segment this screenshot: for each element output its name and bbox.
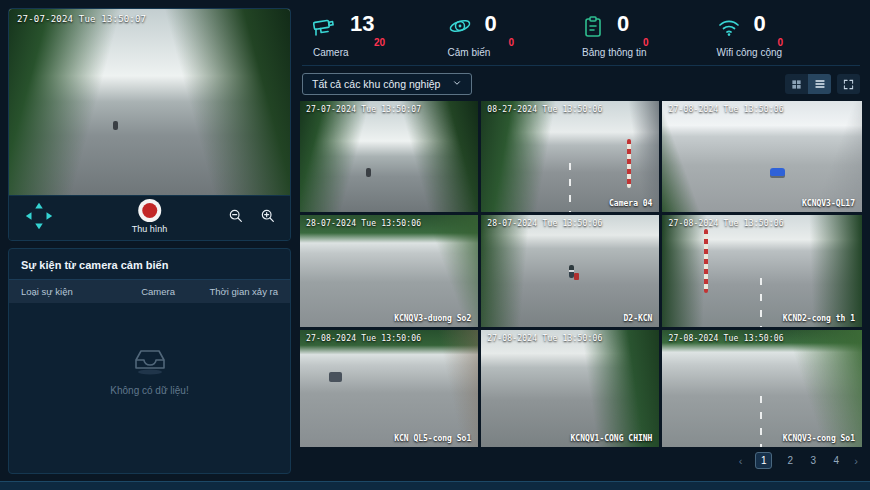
stats-divider	[302, 65, 860, 66]
events-panel-title: Sự kiện từ camera cảm biến	[9, 249, 290, 280]
feed-camera-name: D2-KCN	[624, 314, 653, 323]
dropdown-selected-value: Tất cả các khu công nghiệp	[312, 78, 440, 90]
feed-timestamp: 27-08-2024 Tue 13:50:06	[487, 334, 602, 343]
industrial-zone-dropdown[interactable]: Tất cả các khu công nghiệp	[302, 73, 472, 95]
column-time: Thời gian xảy ra	[192, 286, 278, 297]
page-button-2[interactable]: 2	[785, 455, 795, 466]
stat-info-board: 0 0 Bảng thông tin	[581, 12, 716, 62]
motorbike	[366, 168, 371, 177]
record-icon	[138, 199, 161, 222]
feed-camera-name: KCNQV3-cong So1	[783, 434, 855, 443]
info-board-icon	[581, 15, 605, 39]
stats-row: 13 20 Camera 0 0 Cảm biến	[300, 8, 862, 62]
feed-camera-name: KCNQV1-CONG CHINH	[571, 434, 653, 443]
grid-view-icon[interactable]	[785, 74, 808, 94]
vehicle-van	[329, 372, 342, 382]
camera-feed-4[interactable]: 28-07-2024 Tue 13:50:06 KCNQV3-duong So2	[300, 215, 478, 326]
vehicle-car	[770, 168, 785, 176]
zoom-controls	[228, 208, 276, 228]
feed-timestamp: 27-08-2024 Tue 13:50:06	[668, 105, 783, 114]
stat-sensor-value: 0	[485, 12, 497, 36]
left-panel: 27-07-2024 Tue 13:50:07 Thu hình	[8, 8, 291, 474]
view-toggle-group	[785, 74, 831, 94]
feed-camera-name: KCNQV3-QL17	[802, 199, 855, 208]
camera-feed-1[interactable]: 27-07-2024 Tue 13:50:07	[300, 101, 478, 212]
main-camera-card: 27-07-2024 Tue 13:50:07 Thu hình	[8, 8, 291, 241]
zoom-in-icon[interactable]	[260, 208, 276, 228]
stat-wifi: 0 0 Wifi công cộng	[716, 12, 851, 62]
feed-camera-name: Camera 04	[609, 199, 652, 208]
pedestrian	[569, 265, 574, 278]
striped-pole	[704, 229, 708, 294]
motorbike	[113, 121, 118, 130]
page-button-1[interactable]: 1	[755, 452, 772, 469]
next-page-icon[interactable]: ›	[854, 455, 858, 467]
events-table-header: Loại sự kiện Camera Thời gian xảy ra	[9, 280, 290, 303]
preview-timestamp: 27-07-2024 Tue 13:50:07	[17, 14, 146, 24]
stat-sensor-label: Cảm biến	[448, 47, 491, 58]
feed-timestamp: 28-07-2024 Tue 13:50:06	[306, 219, 421, 228]
zoom-out-icon[interactable]	[228, 208, 244, 228]
camera-feed-9[interactable]: 27-08-2024 Tue 13:50:06 KCNQV3-cong So1	[662, 330, 862, 447]
striped-pole	[627, 139, 631, 188]
road-marking	[760, 278, 762, 327]
stat-camera-value: 13	[350, 12, 374, 36]
bottom-bar	[0, 481, 870, 490]
stat-info-board-label: Bảng thông tin	[582, 47, 647, 58]
record-button[interactable]: Thu hình	[132, 199, 168, 234]
camera-feed-5[interactable]: 28-07-2024 Tue 13:50:06 D2-KCN	[481, 215, 659, 326]
camera-feed-2[interactable]: 08-27-2024 Tue 13:50:06 Camera 04	[481, 101, 659, 212]
camera-feed-8[interactable]: 27-08-2024 Tue 13:50:06 KCNQV1-CONG CHIN…	[481, 330, 659, 447]
road-marking	[760, 396, 762, 448]
pagination: ‹ 1 2 3 4 ›	[300, 447, 862, 474]
stat-wifi-value: 0	[754, 12, 766, 36]
record-label: Thu hình	[132, 224, 168, 234]
view-toggles	[785, 74, 860, 94]
column-camera: Camera	[124, 286, 193, 297]
camera-grid: 27-07-2024 Tue 13:50:07 08-27-2024 Tue 1…	[300, 101, 862, 447]
page-button-3[interactable]: 3	[808, 455, 818, 466]
stat-camera-label: Camera	[313, 47, 349, 58]
feed-timestamp: 27-08-2024 Tue 13:50:06	[306, 334, 421, 343]
page-button-4[interactable]: 4	[831, 455, 841, 466]
feed-timestamp: 27-08-2024 Tue 13:50:06	[668, 219, 783, 228]
surveillance-dashboard: 27-07-2024 Tue 13:50:07 Thu hình	[0, 0, 870, 474]
filter-row: Tất cả các khu công nghiệp	[302, 73, 860, 95]
right-panel: 13 20 Camera 0 0 Cảm biến	[300, 8, 862, 474]
prev-page-icon[interactable]: ‹	[739, 455, 743, 467]
main-camera-preview[interactable]: 27-07-2024 Tue 13:50:07	[9, 9, 290, 195]
cctv-camera-icon	[312, 15, 338, 39]
stat-wifi-label: Wifi công cộng	[717, 47, 783, 58]
events-empty-state: Không có dữ liệu!	[9, 303, 290, 473]
sensor-icon	[447, 15, 473, 39]
column-event-type: Loại sự kiện	[21, 286, 124, 297]
stat-camera: 13 20 Camera	[312, 12, 447, 62]
feed-timestamp: 08-27-2024 Tue 13:50:06	[487, 105, 602, 114]
stat-camera-subvalue: 20	[374, 37, 385, 48]
feed-camera-name: KCN QL5-cong So1	[394, 434, 471, 443]
wifi-icon	[716, 15, 742, 39]
camera-feed-6[interactable]: 27-08-2024 Tue 13:50:06 KCND2-cong th 1	[662, 215, 862, 326]
stat-sensor-subvalue: 0	[509, 37, 515, 48]
pan-tilt-dpad[interactable]	[23, 200, 55, 236]
feed-timestamp: 27-08-2024 Tue 13:50:06	[668, 334, 783, 343]
chevron-down-icon	[452, 78, 462, 90]
empty-inbox-icon	[129, 346, 171, 378]
feed-camera-name: KCND2-cong th 1	[783, 314, 855, 323]
red-object	[574, 273, 579, 280]
stat-sensor: 0 0 Cảm biến	[447, 12, 582, 62]
fullscreen-icon[interactable]	[837, 74, 860, 94]
road-marking	[569, 163, 571, 212]
camera-controls-bar: Thu hình	[9, 195, 290, 240]
camera-feed-3[interactable]: 27-08-2024 Tue 13:50:06 KCNQV3-QL17	[662, 101, 862, 212]
list-view-icon[interactable]	[808, 74, 831, 94]
stat-info-board-value: 0	[617, 12, 629, 36]
sensor-events-panel: Sự kiện từ camera cảm biến Loại sự kiện …	[8, 248, 291, 474]
feed-camera-name: KCNQV3-duong So2	[394, 314, 471, 323]
feed-timestamp: 28-07-2024 Tue 13:50:06	[487, 219, 602, 228]
feed-timestamp: 27-07-2024 Tue 13:50:07	[306, 105, 421, 114]
camera-feed-7[interactable]: 27-08-2024 Tue 13:50:06 KCN QL5-cong So1	[300, 330, 478, 447]
empty-text: Không có dữ liệu!	[110, 385, 188, 396]
